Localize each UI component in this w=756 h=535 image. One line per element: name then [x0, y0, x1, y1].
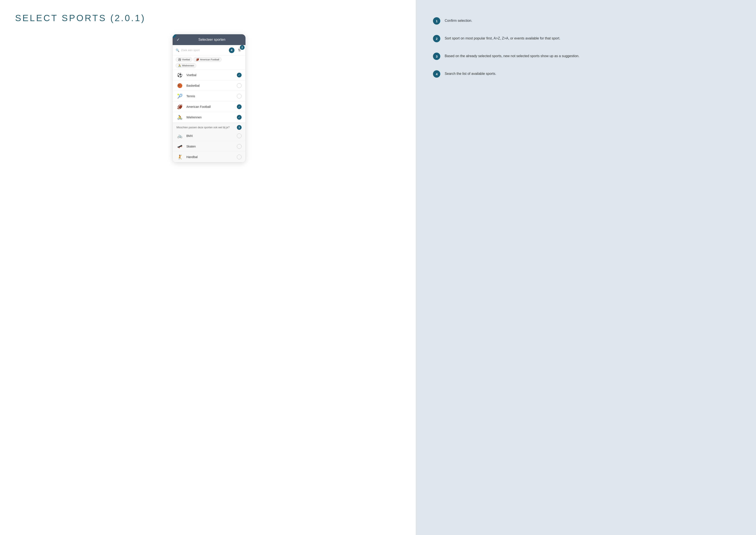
badge-2: 2 [240, 45, 245, 50]
annotation-text-1: Confirm selection. [445, 17, 472, 23]
annotation-badge-2: 2 [433, 35, 440, 42]
sport-name-voetbal: Voetbal [186, 73, 237, 77]
phone-mockup: 1 ✓ Selecteer sporten 🔍 Zoek een sport 4… [173, 34, 246, 163]
right-panel: 1 Confirm selection. 2 Sort sport on mos… [416, 0, 756, 535]
badge-1: 1 [173, 34, 176, 38]
sport-list: ⚽ Voetbal ✓ 🏀 Basketbal 🎾 Tennis 🏈 Ameri… [173, 70, 245, 123]
badge-3: 3 [237, 125, 242, 130]
search-row: 🔍 Zoek een sport 4 ⇅ 2 [173, 45, 245, 55]
wielrennen-tag-icon: 🚴 [178, 64, 181, 67]
search-icon: 🔍 [176, 48, 179, 52]
annotation-3: 3 Based on the already selected sports, … [433, 53, 743, 60]
basketbal-check[interactable] [237, 83, 242, 88]
annotation-text-2: Sort sport on most popular first, A>Z, Z… [445, 35, 560, 41]
annotation-1: 1 Confirm selection. [433, 17, 743, 25]
confirm-check-icon[interactable]: ✓ [176, 37, 180, 42]
list-item[interactable]: 🏈 American Football ✓ [173, 101, 245, 112]
search-input[interactable]: Zoek een sport [181, 48, 229, 52]
annotation-text-3: Based on the already selected sports, ne… [445, 53, 579, 59]
american-football-tag-label: American Football [200, 58, 219, 61]
bmx-icon: 🚲 [176, 133, 183, 138]
sort-button-wrap: ⇅ 2 [236, 47, 242, 53]
list-item[interactable]: 🚴 Wielrennen ✓ [173, 112, 245, 123]
handbal-icon: 🤾 [176, 155, 183, 159]
tennis-check[interactable] [237, 94, 242, 99]
american-football-tag-icon: 🏈 [196, 58, 199, 61]
wielrennen-icon: 🚴 [176, 115, 183, 120]
tags-row: ⚽ Voetbal 🏈 American Football 🚴 Wielrenn… [173, 55, 245, 70]
voetbal-icon: ⚽ [176, 72, 183, 78]
annotation-badge-3: 3 [433, 53, 440, 60]
tag-american-football[interactable]: 🏈 American Football [194, 57, 222, 62]
skaten-icon: 🛹 [176, 144, 183, 149]
list-item[interactable]: 🏀 Basketbal [173, 80, 245, 91]
list-item[interactable]: 🤾 Handbal [173, 152, 245, 162]
sport-name-american-football: American Football [186, 105, 237, 108]
sport-name-handbal: Handbal [186, 155, 237, 159]
voetbal-check[interactable]: ✓ [237, 73, 242, 77]
skaten-check[interactable] [237, 144, 242, 149]
handbal-check[interactable] [237, 155, 242, 159]
badge-4: 4 [229, 47, 234, 53]
list-item[interactable]: 🛹 Skaten [173, 141, 245, 152]
sport-name-bmx: BMX [186, 134, 237, 138]
annotation-4: 4 Search the list of available sports. [433, 70, 743, 78]
annotation-badge-1: 1 [433, 17, 440, 25]
suggestion-label: Misschien passen deze sporten ook wel bi… [176, 126, 235, 129]
basketbal-icon: 🏀 [176, 83, 183, 88]
bmx-check[interactable] [237, 133, 242, 138]
tag-voetbal[interactable]: ⚽ Voetbal [176, 57, 192, 62]
sport-name-skaten: Skaten [186, 145, 237, 148]
sport-name-basketbal: Basketbal [186, 84, 237, 87]
sport-name-tennis: Tennis [186, 95, 237, 98]
suggestion-header: Misschien passen deze sporten ook wel bi… [173, 123, 245, 131]
sport-name-wielrennen: Wielrennen [186, 116, 237, 119]
wielrennen-tag-label: Wielrennen [182, 64, 194, 67]
annotation-2: 2 Sort sport on most popular first, A>Z,… [433, 35, 743, 42]
annotation-text-4: Search the list of available sports. [445, 70, 496, 76]
voetbal-tag-label: Voetbal [182, 58, 190, 61]
suggestion-section: Misschien passen deze sporten ook wel bi… [173, 123, 245, 162]
annotation-badge-4: 4 [433, 70, 440, 78]
tag-wielrennen[interactable]: 🚴 Wielrennen [176, 63, 197, 68]
voetbal-tag-icon: ⚽ [178, 58, 181, 61]
list-item[interactable]: 🎾 Tennis [173, 91, 245, 101]
wielrennen-check[interactable]: ✓ [237, 115, 242, 120]
american-football-check[interactable]: ✓ [237, 104, 242, 109]
suggestion-list: 🚲 BMX 🛹 Skaten 🤾 Handbal [173, 131, 245, 162]
left-panel: SELECT SPORTS (2.0.1) 1 ✓ Selecteer spor… [0, 0, 416, 535]
american-football-icon: 🏈 [176, 104, 183, 109]
page-title: SELECT SPORTS (2.0.1) [15, 13, 403, 23]
list-item[interactable]: ⚽ Voetbal ✓ [173, 70, 245, 80]
tennis-icon: 🎾 [176, 94, 183, 99]
list-item[interactable]: 🚲 BMX [173, 131, 245, 141]
phone-header: 1 ✓ Selecteer sporten [173, 34, 245, 45]
header-title: Selecteer sporten [182, 38, 242, 42]
